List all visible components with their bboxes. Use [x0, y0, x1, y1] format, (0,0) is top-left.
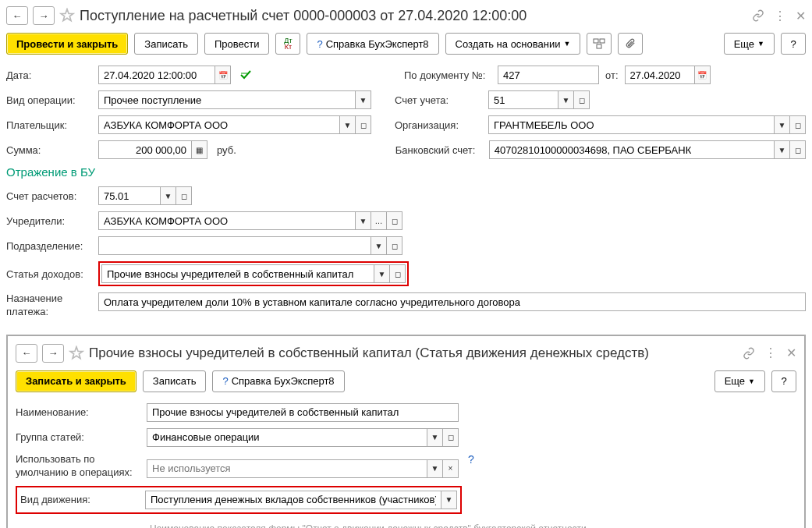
- save-close-button[interactable]: Записать и закрыть: [16, 370, 137, 392]
- open-icon[interactable]: ◻: [386, 212, 402, 229]
- dropdown-icon[interactable]: ▼: [355, 91, 371, 108]
- calendar-icon[interactable]: 📅: [215, 66, 230, 83]
- move-type-input[interactable]: [146, 491, 441, 509]
- sub-titlebar: ← → Прочие взносы учредителей в собствен…: [16, 344, 796, 363]
- amount-label: Сумма:: [6, 144, 92, 156]
- move-type-hint: Наименование показателя формы "Отчет о д…: [150, 523, 796, 528]
- open-icon[interactable]: ◻: [389, 265, 405, 282]
- help-ref-label: Справка БухЭксперт8: [326, 38, 429, 50]
- dtkt-button[interactable]: ДтКт: [275, 33, 300, 55]
- from-date-input[interactable]: [626, 66, 694, 83]
- attach-button[interactable]: [618, 33, 643, 55]
- open-icon[interactable]: ◻: [176, 187, 191, 204]
- open-icon[interactable]: ◻: [789, 141, 805, 158]
- dropdown-icon[interactable]: ▼: [558, 91, 573, 108]
- help-button[interactable]: ?: [771, 370, 796, 392]
- income-item-input[interactable]: [102, 265, 374, 282]
- use-default-group: ▼ ×: [147, 459, 459, 478]
- org-input[interactable]: [489, 116, 774, 133]
- settle-acc-group: ▼ ◻: [98, 186, 192, 205]
- use-default-input[interactable]: [147, 460, 427, 477]
- dropdown-icon[interactable]: ▼: [374, 265, 389, 282]
- dropdown-icon[interactable]: ▼: [355, 212, 371, 229]
- open-icon[interactable]: ◻: [442, 429, 458, 446]
- link-icon[interactable]: [752, 9, 764, 22]
- name-label: Наименование:: [16, 406, 140, 418]
- org-label: Организация:: [395, 119, 482, 131]
- date-input[interactable]: [99, 66, 215, 83]
- structure-button[interactable]: [587, 33, 612, 55]
- calc-icon[interactable]: ▦: [191, 141, 207, 158]
- group-input[interactable]: [147, 429, 427, 446]
- ellipsis-icon[interactable]: …: [371, 212, 386, 229]
- save-button[interactable]: Записать: [134, 33, 198, 55]
- help-question-icon[interactable]: ?: [468, 453, 474, 466]
- op-type-input[interactable]: [99, 91, 355, 108]
- dropdown-icon[interactable]: ▼: [427, 429, 442, 446]
- dropdown-icon[interactable]: ▼: [774, 116, 789, 133]
- dept-group: ▼ ◻: [98, 236, 402, 255]
- svg-rect-1: [600, 39, 605, 43]
- open-icon[interactable]: ◻: [573, 91, 589, 108]
- star-icon[interactable]: [59, 8, 75, 23]
- main-toolbar: Провести и закрыть Записать Провести ДтК…: [6, 33, 806, 55]
- more-button[interactable]: Еще ▼: [714, 370, 765, 392]
- dropdown-icon[interactable]: ▼: [427, 460, 442, 477]
- dropdown-icon[interactable]: ▼: [441, 491, 456, 509]
- close-icon[interactable]: ✕: [796, 9, 806, 23]
- close-icon[interactable]: ✕: [786, 346, 796, 360]
- more-icon[interactable]: ⋮: [774, 9, 786, 23]
- bank-acc-input[interactable]: [490, 141, 774, 158]
- back-button[interactable]: ←: [16, 344, 37, 363]
- more-icon[interactable]: ⋮: [764, 346, 777, 360]
- dept-label: Подразделение:: [6, 240, 92, 252]
- use-default-label: Использовать по умолчанию в операциях:: [16, 453, 140, 480]
- move-type-label: Вид движения:: [20, 494, 139, 505]
- dropdown-icon[interactable]: ▼: [160, 187, 176, 204]
- dept-input[interactable]: [99, 237, 371, 254]
- income-item-row: Статья доходов: ▼ ◻: [6, 261, 806, 286]
- post-close-button[interactable]: Провести и закрыть: [6, 33, 128, 55]
- save-button[interactable]: Записать: [143, 370, 207, 392]
- post-button[interactable]: Провести: [204, 33, 270, 55]
- section-bu: Отражение в БУ: [6, 165, 806, 179]
- date-input-group: 📅: [98, 66, 231, 84]
- account-input[interactable]: [489, 91, 558, 108]
- org-group: ▼ ◻: [488, 115, 806, 134]
- help-ref-button[interactable]: ? Справка БухЭксперт8: [212, 370, 344, 392]
- more-button[interactable]: Еще ▼: [724, 33, 775, 55]
- purpose-input[interactable]: [99, 293, 805, 310]
- main-titlebar: ← → Поступление на расчетный счет 0000-0…: [6, 6, 806, 25]
- more-label: Еще: [725, 375, 745, 387]
- amount-group: ▦: [98, 140, 207, 159]
- founders-group: ▼ … ◻: [98, 211, 402, 230]
- svg-rect-2: [597, 44, 601, 48]
- date-label: Дата:: [6, 69, 92, 81]
- create-based-button[interactable]: Создать на основании ▼: [445, 33, 581, 55]
- open-icon[interactable]: ◻: [386, 237, 402, 254]
- link-icon[interactable]: [743, 347, 755, 360]
- help-ref-button[interactable]: ? Справка БухЭксперт8: [307, 33, 438, 55]
- settle-acc-input[interactable]: [99, 187, 160, 204]
- name-input[interactable]: [147, 404, 458, 421]
- dropdown-icon[interactable]: ▼: [339, 116, 355, 133]
- calendar-icon[interactable]: 📅: [694, 66, 710, 83]
- help-button[interactable]: ?: [781, 33, 806, 55]
- star-icon[interactable]: [69, 346, 84, 361]
- back-button[interactable]: ←: [6, 6, 28, 25]
- doc-num-input[interactable]: [498, 66, 598, 83]
- account-label: Счет учета:: [395, 94, 482, 106]
- forward-button[interactable]: →: [33, 6, 55, 25]
- open-icon[interactable]: ◻: [789, 116, 805, 133]
- forward-button[interactable]: →: [42, 344, 64, 363]
- amount-input[interactable]: [99, 141, 191, 158]
- founders-input[interactable]: [99, 212, 355, 229]
- create-based-label: Создать на основании: [456, 38, 561, 50]
- clear-icon[interactable]: ×: [442, 460, 458, 477]
- payer-input[interactable]: [99, 116, 339, 133]
- name-group: [147, 403, 459, 422]
- dropdown-icon[interactable]: ▼: [371, 237, 386, 254]
- open-icon[interactable]: ◻: [355, 116, 371, 133]
- dropdown-icon[interactable]: ▼: [774, 141, 789, 158]
- currency-label: руб.: [217, 144, 236, 156]
